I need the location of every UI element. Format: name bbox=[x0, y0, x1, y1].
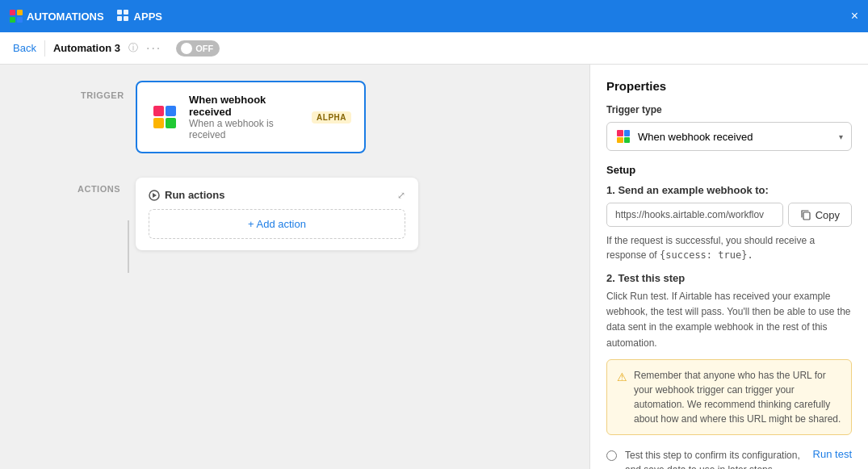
subheader: Back Automation 3 ⓘ ··· OFF bbox=[0, 32, 868, 65]
trigger-section-label: TRIGGER bbox=[81, 90, 124, 100]
svg-rect-7 bbox=[124, 16, 128, 21]
toggle-circle bbox=[181, 43, 192, 54]
toggle-label: OFF bbox=[195, 44, 213, 53]
svg-rect-1 bbox=[17, 10, 23, 15]
svg-rect-3 bbox=[17, 17, 23, 23]
apps-text: APPS bbox=[134, 10, 162, 23]
trigger-subtitle: When a webhook is received bbox=[189, 118, 302, 140]
apps-icon bbox=[117, 10, 130, 23]
svg-rect-6 bbox=[117, 16, 122, 21]
automation-title: Automation 3 bbox=[53, 42, 120, 54]
setup-title: Setup bbox=[606, 164, 852, 176]
back-button[interactable]: Back bbox=[13, 42, 36, 54]
automations-icon bbox=[10, 10, 23, 23]
expand-icon[interactable]: ⤢ bbox=[397, 190, 405, 201]
svg-rect-0 bbox=[10, 10, 15, 15]
topbar-left: AUTOMATIONS APPS bbox=[10, 10, 162, 23]
run-actions-label: Run actions bbox=[165, 189, 224, 201]
icon-red bbox=[153, 106, 164, 116]
test-description: Test this step to confirm its configurat… bbox=[625, 448, 805, 469]
trigger-card[interactable]: When webhook received When a webhook is … bbox=[136, 81, 366, 153]
step2-description: Click Run test. If Airtable has received… bbox=[606, 289, 852, 351]
si-green bbox=[624, 137, 631, 144]
setup-section: Setup 1. Send an example webhook to: Cop… bbox=[606, 164, 852, 469]
warning-box: ⚠ Remember that anyone who has the URL f… bbox=[606, 359, 852, 435]
svg-rect-4 bbox=[117, 10, 122, 15]
si-yellow bbox=[617, 137, 623, 144]
step2-label: 2. Test this step bbox=[606, 272, 852, 284]
warning-icon: ⚠ bbox=[617, 369, 627, 426]
main-layout: TRIGGER ACTIONS When webhook received Wh… bbox=[0, 65, 868, 469]
trigger-title: When webhook received bbox=[189, 94, 302, 118]
canvas: TRIGGER ACTIONS When webhook received Wh… bbox=[0, 65, 589, 469]
svg-rect-2 bbox=[10, 17, 15, 23]
actions-card: Run actions ⤢ + Add action bbox=[136, 178, 418, 250]
actions-card-header: Run actions ⤢ bbox=[149, 189, 405, 201]
automations-logo[interactable]: AUTOMATIONS bbox=[10, 10, 104, 23]
alpha-badge: ALPHA bbox=[312, 111, 351, 124]
more-options-button[interactable]: ··· bbox=[146, 41, 161, 56]
icon-yellow bbox=[153, 118, 164, 128]
webhook-url-input[interactable] bbox=[606, 203, 783, 227]
success-code: {success: true}. bbox=[660, 249, 753, 261]
apps-label[interactable]: APPS bbox=[117, 10, 162, 23]
add-action-button[interactable]: + Add action bbox=[149, 209, 405, 239]
run-actions-title: Run actions bbox=[149, 189, 224, 201]
copy-button[interactable]: Copy bbox=[788, 203, 852, 227]
copy-icon bbox=[800, 209, 811, 220]
actions-section-label: ACTIONS bbox=[78, 184, 120, 194]
connector-line bbox=[128, 220, 129, 273]
svg-rect-5 bbox=[124, 10, 128, 15]
url-copy-row: Copy bbox=[606, 203, 852, 227]
trigger-type-select-wrap[interactable]: When webhook received ▾ bbox=[606, 122, 852, 151]
si-blue bbox=[624, 130, 631, 136]
panel-title: Properties bbox=[606, 79, 852, 93]
si-red bbox=[617, 130, 623, 136]
trigger-type-dropdown[interactable]: When webhook received bbox=[638, 131, 843, 143]
close-button[interactable]: × bbox=[851, 9, 858, 23]
trigger-select-icon bbox=[615, 128, 631, 144]
copy-label: Copy bbox=[816, 209, 840, 221]
trigger-text: When webhook received When a webhook is … bbox=[189, 94, 302, 140]
automations-label: AUTOMATIONS bbox=[27, 10, 104, 23]
warning-text: Remember that anyone who has the URL for… bbox=[634, 368, 841, 426]
icon-blue bbox=[166, 106, 176, 116]
properties-panel: Properties Trigger type When webhook rec… bbox=[589, 65, 868, 469]
run-icon bbox=[149, 190, 160, 201]
run-test-button[interactable]: Run test bbox=[813, 448, 852, 460]
step1-label: 1. Send an example webhook to: bbox=[606, 184, 852, 196]
header-divider bbox=[44, 40, 45, 57]
webhook-icon bbox=[150, 103, 179, 132]
test-radio[interactable] bbox=[606, 450, 617, 461]
svg-rect-9 bbox=[803, 212, 810, 220]
toggle-wrap: OFF bbox=[176, 40, 220, 57]
icon-green bbox=[166, 118, 176, 128]
topbar: AUTOMATIONS APPS × bbox=[0, 0, 868, 32]
toggle-off[interactable]: OFF bbox=[176, 40, 220, 57]
success-text: If the request is successful, you should… bbox=[606, 233, 852, 262]
info-icon[interactable]: ⓘ bbox=[128, 41, 138, 55]
test-row: Test this step to confirm its configurat… bbox=[606, 448, 852, 469]
trigger-type-label: Trigger type bbox=[606, 104, 852, 115]
